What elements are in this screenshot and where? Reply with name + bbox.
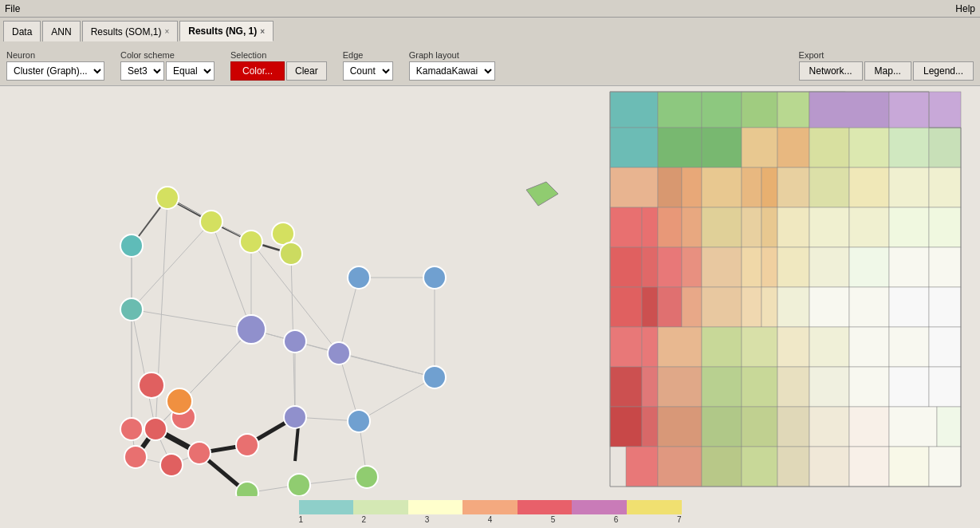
map-button[interactable]: Map...	[864, 61, 911, 81]
network-graph[interactable]	[0, 86, 574, 496]
legend-seg-4	[462, 500, 518, 514]
svg-rect-161	[642, 407, 658, 447]
svg-rect-170	[626, 447, 658, 487]
svg-point-50	[240, 231, 262, 253]
map-area	[574, 86, 980, 496]
svg-rect-178	[929, 447, 961, 487]
svg-rect-91	[889, 128, 929, 167]
svg-rect-147	[849, 327, 889, 367]
svg-rect-79	[702, 92, 742, 128]
clear-button[interactable]: Clear	[286, 61, 327, 81]
file-menu[interactable]: File	[5, 3, 20, 14]
tabbar: Data ANN Results (SOM,1) × Results (NG, …	[0, 18, 980, 41]
svg-rect-158	[889, 367, 929, 407]
choropleth-map[interactable]	[586, 88, 969, 495]
tab-results-ng[interactable]: Results (NG, 1) ×	[179, 21, 274, 41]
legend-label-1: 1	[299, 515, 304, 524]
svg-rect-104	[610, 207, 642, 247]
svg-point-62	[139, 372, 164, 398]
help-menu[interactable]: Help	[955, 3, 975, 14]
svg-rect-118	[658, 247, 682, 287]
neuron-group: Neuron Cluster (Graph)...	[6, 50, 104, 81]
svg-rect-93	[610, 167, 658, 207]
svg-rect-120	[702, 247, 742, 287]
svg-rect-132	[702, 287, 742, 327]
color-scheme-equal-select[interactable]: Equal	[166, 61, 214, 81]
svg-rect-107	[682, 207, 702, 247]
graph-layout-group: Graph layout KamadaKawai	[409, 50, 495, 81]
legend-colors	[299, 500, 682, 514]
svg-rect-153	[702, 367, 742, 407]
svg-rect-171	[658, 447, 702, 487]
menubar-right: Help	[955, 3, 975, 14]
svg-rect-84	[610, 128, 658, 167]
svg-rect-85	[658, 128, 702, 167]
svg-point-66	[188, 442, 211, 464]
export-row: Network... Map... Legend...	[799, 61, 974, 81]
tab-ann[interactable]: ANN	[42, 21, 80, 41]
svg-rect-137	[849, 287, 889, 327]
legend-seg-7	[627, 500, 682, 514]
neuron-select[interactable]: Cluster (Graph)...	[6, 61, 104, 81]
svg-rect-172	[702, 447, 742, 487]
svg-rect-175	[809, 447, 849, 487]
legend-button[interactable]: Legend...	[913, 61, 974, 81]
tab-results-som[interactable]: Results (SOM,1) ×	[82, 21, 179, 41]
svg-point-70	[167, 388, 192, 414]
tab-results-som-close[interactable]: ×	[164, 27, 169, 36]
svg-rect-108	[702, 207, 742, 247]
svg-point-56	[328, 342, 350, 364]
svg-rect-87	[742, 128, 777, 167]
svg-rect-168	[889, 407, 937, 447]
svg-rect-173	[742, 447, 777, 487]
svg-point-68	[160, 454, 183, 476]
svg-rect-146	[809, 327, 849, 367]
svg-rect-117	[642, 247, 658, 287]
network-button[interactable]: Network...	[799, 61, 863, 81]
svg-rect-142	[658, 327, 702, 367]
svg-rect-94	[658, 167, 682, 207]
edge-group: Edge Count	[343, 50, 393, 81]
svg-rect-136	[809, 287, 849, 327]
legend-label-7: 7	[677, 515, 682, 524]
tab-data[interactable]: Data	[3, 21, 41, 41]
svg-point-49	[272, 223, 294, 245]
svg-rect-96	[702, 167, 742, 207]
svg-point-71	[356, 466, 378, 488]
svg-rect-95	[682, 167, 702, 207]
legend-bar: 1 2 3 4 5 6 7	[0, 496, 980, 528]
svg-rect-106	[658, 207, 682, 247]
menubar-left: File	[5, 3, 20, 14]
svg-rect-119	[682, 247, 702, 287]
svg-point-48	[200, 211, 222, 233]
svg-rect-110	[762, 207, 777, 247]
neuron-row: Cluster (Graph)...	[6, 61, 104, 81]
svg-rect-127	[929, 247, 961, 287]
svg-rect-135	[777, 287, 809, 327]
legend-label-5: 5	[551, 515, 556, 524]
color-scheme-select[interactable]: Set3	[120, 61, 164, 81]
svg-rect-179	[809, 92, 889, 128]
selection-label: Selection	[230, 50, 327, 60]
svg-rect-113	[849, 207, 889, 247]
svg-rect-125	[849, 247, 889, 287]
color-button[interactable]: Color...	[230, 61, 285, 81]
legend-labels: 1 2 3 4 5 6 7	[299, 514, 682, 524]
svg-rect-177	[889, 447, 929, 487]
svg-rect-152	[658, 367, 702, 407]
svg-rect-166	[809, 407, 849, 447]
svg-rect-145	[777, 327, 809, 367]
svg-point-67	[124, 446, 147, 468]
svg-rect-148	[889, 327, 929, 367]
edge-select[interactable]: Count	[343, 61, 393, 81]
tab-results-ng-close[interactable]: ×	[260, 27, 265, 36]
svg-rect-144	[742, 327, 777, 367]
legend-seg-5	[518, 500, 573, 514]
legend-label-4: 4	[488, 515, 493, 524]
graph-layout-label: Graph layout	[409, 50, 495, 60]
tab-ann-label: ANN	[51, 26, 71, 37]
graph-layout-select[interactable]: KamadaKawai	[409, 61, 495, 81]
svg-rect-128	[610, 287, 642, 327]
svg-rect-160	[610, 407, 642, 447]
svg-rect-138	[889, 287, 929, 327]
